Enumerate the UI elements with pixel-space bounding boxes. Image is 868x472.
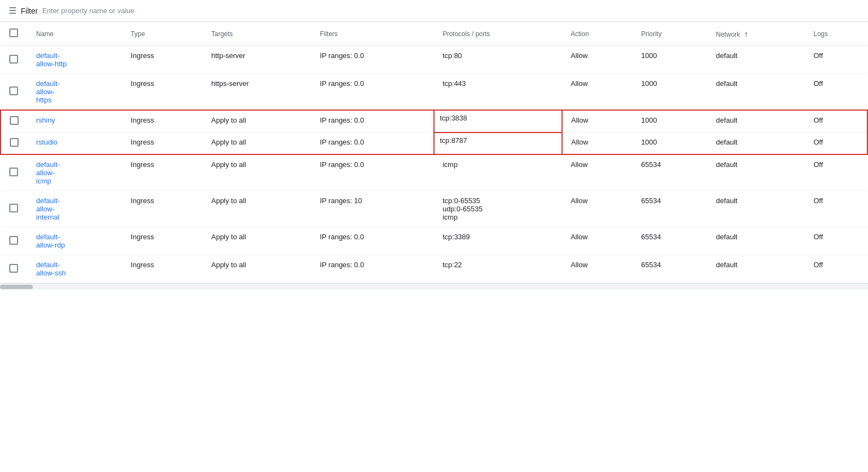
row-targets: https-server <box>202 74 311 111</box>
filter-bar: ☰ Filter Enter property name or value <box>0 0 868 22</box>
table-row: default- allow-httpIngresshttp-serverIP … <box>1 46 867 74</box>
row-checkbox-cell <box>1 110 27 133</box>
row-targets: Apply to all <box>202 133 311 155</box>
row-targets: Apply to all <box>202 154 311 191</box>
header-protocols: Protocols / ports <box>434 22 562 46</box>
row-checkbox[interactable] <box>9 55 18 64</box>
row-network: default <box>707 110 805 133</box>
scroll-thumb[interactable] <box>0 285 33 289</box>
row-type: Ingress <box>122 154 202 191</box>
row-action: Allow <box>562 110 633 133</box>
row-logs: Off <box>805 110 867 133</box>
row-type: Ingress <box>122 110 202 133</box>
row-protocols: tcp:3389 <box>434 227 562 255</box>
row-type: Ingress <box>122 255 202 283</box>
row-priority: 1000 <box>633 110 708 133</box>
filter-label: Filter <box>21 7 38 15</box>
row-network: default <box>707 74 805 111</box>
row-name[interactable]: default- allow-ssh <box>27 255 122 283</box>
table-row: default- allow- icmpIngressApply to allI… <box>1 154 867 191</box>
row-network: default <box>707 191 805 227</box>
header-priority: Priority <box>633 22 708 46</box>
row-checkbox-cell <box>1 255 27 283</box>
row-logs: Off <box>805 74 867 111</box>
row-type: Ingress <box>122 133 202 155</box>
row-priority: 1000 <box>633 46 708 74</box>
row-network: default <box>707 46 805 74</box>
row-name[interactable]: default- allow-http <box>27 46 122 74</box>
header-filters: Filters <box>311 22 433 46</box>
row-checkbox[interactable] <box>9 264 18 273</box>
row-action: Allow <box>562 191 633 227</box>
row-name[interactable]: rstudio <box>27 133 122 155</box>
row-filters: IP ranges: 0.0 <box>311 74 433 111</box>
row-checkbox[interactable] <box>10 138 19 147</box>
row-checkbox[interactable] <box>10 116 19 125</box>
row-name[interactable]: default- allow- internal <box>27 191 122 227</box>
row-type: Ingress <box>122 227 202 255</box>
row-name[interactable]: default- allow- icmp <box>27 154 122 191</box>
row-protocols: tcp:8787 <box>434 133 562 155</box>
row-protocols: icmp <box>434 154 562 191</box>
table-row: default- allow-rdpIngressApply to allIP … <box>1 227 867 255</box>
header-type: Type <box>122 22 202 46</box>
row-name[interactable]: default- allow-rdp <box>27 227 122 255</box>
header-action: Action <box>562 22 633 46</box>
row-network: default <box>707 154 805 191</box>
firewall-rules-table: Name Type Targets Filters Protocols / po… <box>0 22 868 283</box>
row-action: Allow <box>562 154 633 191</box>
table-row: default- allow- httpsIngresshttps-server… <box>1 74 867 111</box>
row-logs: Off <box>805 133 867 155</box>
row-targets: Apply to all <box>202 110 311 133</box>
row-type: Ingress <box>122 191 202 227</box>
row-priority: 1000 <box>633 133 708 155</box>
table-row: default- allow-sshIngressApply to allIP … <box>1 255 867 283</box>
firewall-rules-table-container: Name Type Targets Filters Protocols / po… <box>0 22 868 283</box>
row-logs: Off <box>805 46 867 74</box>
filter-placeholder[interactable]: Enter property name or value <box>42 7 134 15</box>
row-type: Ingress <box>122 74 202 111</box>
row-filters: IP ranges: 10 <box>311 191 433 227</box>
row-action: Allow <box>562 255 633 283</box>
row-action: Allow <box>562 133 633 155</box>
row-logs: Off <box>805 255 867 283</box>
row-protocols: tcp:443 <box>434 74 562 111</box>
row-protocols: tcp:3838 <box>434 110 562 133</box>
row-priority: 65534 <box>633 227 708 255</box>
row-checkbox[interactable] <box>9 204 18 212</box>
select-all-checkbox[interactable] <box>9 28 18 37</box>
row-action: Allow <box>562 227 633 255</box>
row-checkbox-cell <box>1 191 27 227</box>
table-row: rshinyIngressApply to allIP ranges: 0.0t… <box>1 110 867 133</box>
row-priority: 65534 <box>633 255 708 283</box>
row-targets: Apply to all <box>202 255 311 283</box>
table-header-row: Name Type Targets Filters Protocols / po… <box>1 22 867 46</box>
row-checkbox[interactable] <box>9 87 18 95</box>
row-network: default <box>707 133 805 155</box>
row-name[interactable]: default- allow- https <box>27 74 122 111</box>
row-filters: IP ranges: 0.0 <box>311 255 433 283</box>
table-row: rstudioIngressApply to allIP ranges: 0.0… <box>1 133 867 155</box>
table-row: default- allow- internalIngressApply to … <box>1 191 867 227</box>
row-logs: Off <box>805 154 867 191</box>
row-protocols: tcp:22 <box>434 255 562 283</box>
row-targets: Apply to all <box>202 227 311 255</box>
row-checkbox-cell <box>1 74 27 111</box>
horizontal-scrollbar[interactable] <box>0 283 868 290</box>
filter-icon: ☰ <box>9 5 16 16</box>
row-checkbox[interactable] <box>9 168 18 176</box>
row-name[interactable]: rshiny <box>27 110 122 133</box>
row-logs: Off <box>805 227 867 255</box>
row-network: default <box>707 227 805 255</box>
row-filters: IP ranges: 0.0 <box>311 46 433 74</box>
row-targets: http-server <box>202 46 311 74</box>
row-protocols: tcp:0-65535 udp:0-65535 icmp <box>434 191 562 227</box>
row-protocols: tcp:80 <box>434 46 562 74</box>
header-network[interactable]: Network ↑ <box>707 22 805 46</box>
row-filters: IP ranges: 0.0 <box>311 227 433 255</box>
row-checkbox[interactable] <box>9 236 18 245</box>
row-checkbox-cell <box>1 227 27 255</box>
row-checkbox-cell <box>1 133 27 155</box>
network-sort-icon: ↑ <box>744 30 748 38</box>
row-filters: IP ranges: 0.0 <box>311 110 433 133</box>
